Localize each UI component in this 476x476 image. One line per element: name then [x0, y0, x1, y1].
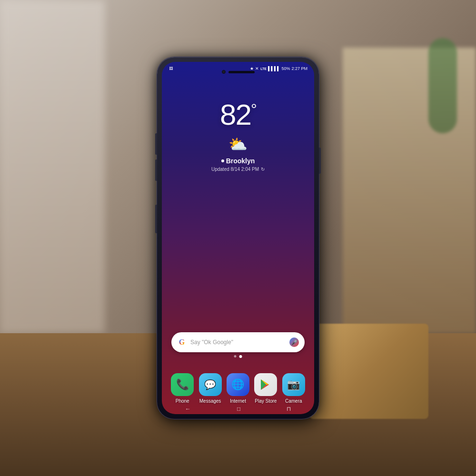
temp-degree: °	[251, 100, 256, 118]
camera-app-icon[interactable]: 📷	[282, 373, 305, 396]
search-placeholder: Say "Ok Google"	[190, 339, 286, 346]
messages-app-label: Messages	[199, 398, 221, 404]
screenshot-icon: 🖼	[169, 66, 173, 71]
weather-location: Brooklyn	[211, 157, 265, 165]
playstore-triangle-svg	[259, 378, 272, 391]
playstore-app-icon[interactable]	[254, 373, 277, 396]
app-item-camera[interactable]: 📷 Camera	[282, 373, 305, 404]
volume-up-button[interactable]	[155, 133, 157, 155]
phone-body: 🖼 ★ ✕ LTE ▌▌▌▌ 50% 2:27 PM 82° ⛅	[157, 57, 319, 419]
page-dot-1	[234, 355, 237, 357]
app-item-playstore[interactable]: Play Store	[254, 373, 277, 404]
weather-widget: 82° ⛅ Brooklyn Updated 8/14 2:04 PM ↻	[211, 100, 265, 172]
temperature-display: 82°	[211, 100, 265, 129]
speaker-grille	[228, 71, 255, 73]
app-dock: 📞 Phone 💬 Messages 🌐 Internet	[169, 373, 307, 404]
google-letter: G	[179, 338, 185, 347]
status-left-icons: 🖼	[169, 66, 173, 71]
temp-value: 82	[220, 98, 251, 131]
app-item-internet[interactable]: 🌐 Internet	[227, 373, 249, 404]
background-left	[0, 0, 105, 333]
location-dot-icon	[221, 159, 224, 162]
messages-app-icon[interactable]: 💬	[199, 373, 222, 396]
time-display: 2:27 PM	[291, 66, 307, 71]
phone-screen: 🖼 ★ ✕ LTE ▌▌▌▌ 50% 2:27 PM 82° ⛅	[162, 62, 314, 414]
internet-app-label: Internet	[230, 398, 246, 404]
location-name: Brooklyn	[226, 157, 255, 165]
page-indicator	[234, 355, 242, 358]
background-plant	[428, 38, 457, 133]
home-button[interactable]: □	[237, 406, 240, 412]
bixby-button[interactable]	[155, 205, 157, 233]
internet-app-icon[interactable]: 🌐	[227, 373, 249, 396]
app-item-messages[interactable]: 💬 Messages	[199, 373, 222, 404]
update-time: Updated 8/14 2:04 PM	[211, 167, 259, 172]
navigation-bar: ← □ ⊓	[162, 404, 314, 414]
power-button[interactable]	[319, 148, 321, 174]
app-item-phone[interactable]: 📞 Phone	[171, 373, 194, 404]
front-camera	[222, 70, 226, 74]
weather-updated: Updated 8/14 2:04 PM ↻	[211, 167, 265, 172]
recents-button[interactable]: ⊓	[287, 406, 291, 412]
google-search-bar[interactable]: G Say "Ok Google" 🎤	[171, 332, 305, 352]
scene: 🖼 ★ ✕ LTE ▌▌▌▌ 50% 2:27 PM 82° ⛅	[0, 0, 476, 476]
phone-top-bar	[209, 68, 267, 76]
google-g-logo: G	[177, 337, 187, 347]
refresh-icon: ↻	[261, 167, 265, 172]
background-wood-block	[309, 324, 428, 419]
playstore-app-label: Play Store	[255, 398, 277, 404]
back-button[interactable]: ←	[185, 406, 191, 412]
signal-bars: ▌▌▌▌	[268, 66, 280, 71]
phone-app-icon[interactable]: 📞	[171, 373, 194, 396]
weather-condition-icon: ⛅	[211, 135, 265, 153]
page-dot-2	[239, 355, 242, 358]
battery-text: 50%	[281, 66, 290, 71]
microphone-icon[interactable]: 🎤	[289, 337, 299, 347]
volume-down-button[interactable]	[155, 159, 157, 181]
phone-app-label: Phone	[176, 398, 189, 404]
camera-app-label: Camera	[285, 398, 302, 404]
